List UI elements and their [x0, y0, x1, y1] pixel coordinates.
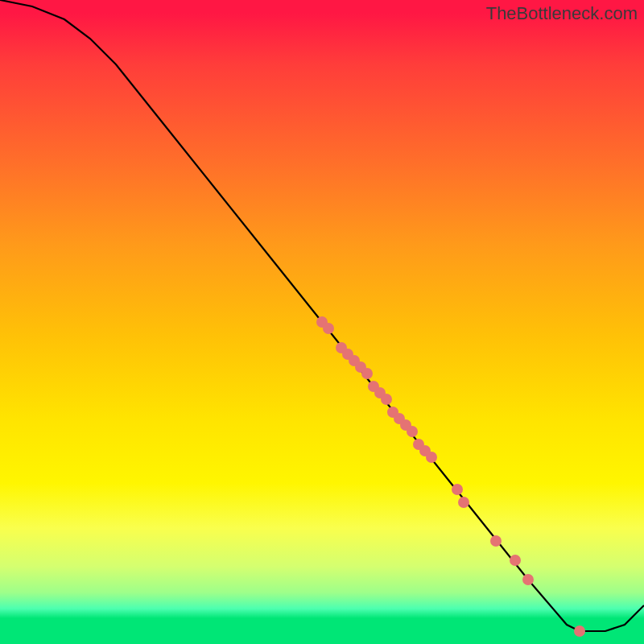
data-point [522, 574, 534, 585]
data-point [361, 368, 373, 379]
data-point [407, 426, 418, 437]
watermark-text: TheBottleneck.com [486, 3, 638, 24]
bottleneck-curve [0, 0, 644, 631]
data-point [510, 555, 521, 566]
data-point [574, 625, 585, 637]
data-point [490, 535, 502, 547]
chart-svg [0, 0, 644, 644]
data-point [426, 452, 437, 463]
data-point [458, 497, 469, 508]
data-point [381, 394, 392, 405]
data-points-group [316, 316, 585, 637]
data-point [452, 484, 463, 495]
chart-container: TheBottleneck.com [0, 0, 644, 644]
data-point [323, 323, 334, 334]
